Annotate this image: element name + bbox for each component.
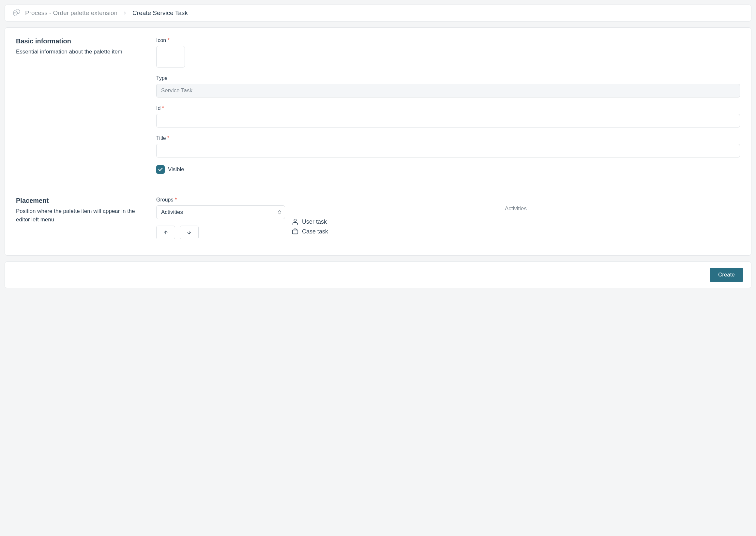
task-item: User task <box>292 217 740 227</box>
svg-point-2 <box>17 13 18 13</box>
icon-label: Icon <box>156 38 740 43</box>
briefcase-icon <box>292 228 299 235</box>
form-scroll-area[interactable]: Basic information Essential information … <box>5 28 751 255</box>
preview-group-header: Activities <box>292 205 740 214</box>
visible-label: Visible <box>168 166 184 173</box>
breadcrumb: Process - Order palette extension Create… <box>5 5 751 21</box>
type-label: Type <box>156 75 740 81</box>
field-visible: Visible <box>156 165 740 174</box>
breadcrumb-current: Create Service Task <box>132 10 188 17</box>
svg-rect-6 <box>292 230 298 234</box>
move-down-button[interactable] <box>180 226 199 239</box>
visible-checkbox[interactable] <box>156 165 165 174</box>
chevron-right-icon <box>122 11 127 15</box>
groups-select-value[interactable] <box>156 205 285 219</box>
section-description: Position where the palette item will app… <box>16 207 150 224</box>
section-placement: Placement Position where the palette ite… <box>5 187 751 252</box>
groups-label: Groups <box>156 197 285 203</box>
breadcrumb-parent-link[interactable]: Process - Order palette extension <box>25 10 118 17</box>
placement-preview: Activities User task Case task <box>292 197 740 236</box>
create-button[interactable]: Create <box>710 268 743 282</box>
id-input[interactable] <box>156 114 740 127</box>
section-description: Essential information about the palette … <box>16 48 150 56</box>
section-title: Basic information <box>16 38 150 45</box>
field-type: Type <box>156 75 740 97</box>
task-item: Case task <box>292 227 740 236</box>
id-label: Id <box>156 105 740 111</box>
title-label: Title <box>156 135 740 141</box>
field-icon: Icon <box>156 38 740 67</box>
palette-icon <box>13 10 20 17</box>
main-form-card: Basic information Essential information … <box>5 27 751 255</box>
field-id: Id <box>156 105 740 127</box>
user-icon <box>292 218 299 225</box>
title-input[interactable] <box>156 144 740 157</box>
task-label: User task <box>302 218 327 225</box>
field-title: Title <box>156 135 740 157</box>
move-up-button[interactable] <box>156 226 175 239</box>
footer-bar: Create <box>5 261 751 288</box>
task-label: Case task <box>302 228 328 235</box>
svg-point-1 <box>16 12 17 12</box>
type-input <box>156 84 740 97</box>
icon-picker[interactable] <box>156 46 185 67</box>
svg-point-5 <box>294 219 296 221</box>
svg-point-0 <box>15 13 15 13</box>
section-title: Placement <box>16 197 150 204</box>
section-basic-information: Basic information Essential information … <box>5 28 751 187</box>
groups-select[interactable] <box>156 205 285 219</box>
